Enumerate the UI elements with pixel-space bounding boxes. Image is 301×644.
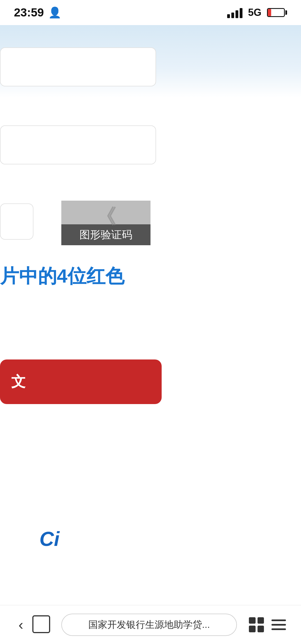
grid-cell-4 xyxy=(258,626,264,632)
grid-cell-2 xyxy=(258,617,264,624)
battery-body xyxy=(267,8,285,17)
page-content: 《 图形验证码 片中的4位红色 文 Ci xyxy=(0,25,301,605)
bottom-nav: ‹ 国家开发银行生源地助学贷... xyxy=(0,605,301,644)
signal-bar-3 xyxy=(236,10,238,18)
status-time-area: 23:59 👤 xyxy=(14,6,61,19)
menu-line-1 xyxy=(271,619,286,621)
signal-bar-2 xyxy=(231,13,234,18)
back-icon: ‹ xyxy=(18,616,23,633)
nav-back-button[interactable]: ‹ xyxy=(11,615,31,635)
grid-cell-1 xyxy=(249,617,256,624)
tabs-icon xyxy=(34,617,50,633)
nav-grid-button[interactable] xyxy=(245,615,268,635)
captcha-input[interactable] xyxy=(0,203,33,240)
captcha-image[interactable]: 《 图形验证码 xyxy=(61,201,151,245)
battery-tip xyxy=(285,10,287,15)
battery-fill xyxy=(268,9,271,16)
input-field-1[interactable] xyxy=(0,47,156,86)
signal-bar-4 xyxy=(240,8,242,18)
signal-icon xyxy=(227,7,242,18)
captcha-label-text: 图形验证码 xyxy=(79,229,132,240)
time-display: 23:59 xyxy=(14,6,44,19)
grid-icon xyxy=(249,617,264,632)
network-label: 5G xyxy=(248,7,261,18)
person-icon: 👤 xyxy=(48,6,61,19)
battery-icon xyxy=(267,8,287,17)
nav-url-text: 国家开发银行生源地助学贷... xyxy=(88,618,210,631)
submit-button-text: 文 xyxy=(11,372,26,392)
ci-logo: Ci xyxy=(34,523,65,555)
nav-menu-button[interactable] xyxy=(268,615,290,635)
menu-line-2 xyxy=(271,624,286,626)
menu-line-3 xyxy=(271,628,286,630)
captcha-symbol-display: 《 xyxy=(96,203,116,230)
nav-tabs-button[interactable] xyxy=(31,615,53,635)
nav-url-bar[interactable]: 国家开发银行生源地助学贷... xyxy=(61,614,237,636)
submit-button[interactable]: 文 xyxy=(0,359,162,404)
ci-logo-text: Ci xyxy=(40,528,60,550)
input-field-2[interactable] xyxy=(0,125,156,164)
status-right-area: 5G xyxy=(227,7,287,18)
grid-cell-3 xyxy=(249,626,256,632)
instruction-text: 片中的4位红色 xyxy=(0,265,124,288)
status-bar: 23:59 👤 5G xyxy=(0,0,301,25)
signal-bar-1 xyxy=(227,14,230,18)
